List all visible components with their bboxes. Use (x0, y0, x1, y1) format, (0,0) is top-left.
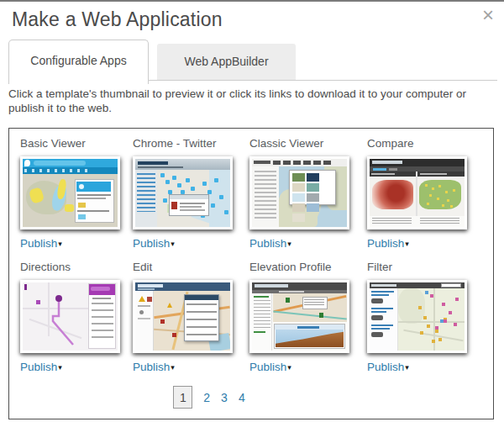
template-thumbnail-directions[interactable] (20, 280, 120, 353)
mini-search-pill (34, 161, 86, 166)
mini-panel-divider (416, 171, 417, 216)
publish-link[interactable]: Publish▾ (367, 237, 409, 250)
mini-text-line (371, 311, 386, 313)
basemap-swatch (307, 173, 319, 182)
tab-web-appbuilder[interactable]: Web AppBuilder (157, 44, 296, 80)
publish-link[interactable]: Publish▾ (133, 361, 175, 373)
publish-row: Publish▾ (20, 237, 128, 250)
basemap-swatch (307, 203, 319, 212)
mini-text-lines (372, 218, 412, 225)
tab-underline (149, 80, 497, 81)
map-marker-dots (425, 291, 428, 294)
pagination: 1 2 3 4 (0, 386, 451, 409)
mini-subtitle-text (279, 291, 304, 293)
page-3-link[interactable]: 3 (221, 391, 228, 404)
mini-toolbar (23, 167, 118, 174)
mini-form-fields (186, 303, 217, 339)
template-cell-directions: Directions (20, 261, 128, 373)
map-marker (160, 319, 165, 324)
template-thumbnail-classic-viewer[interactable] (249, 156, 349, 229)
mini-text-line (371, 328, 390, 330)
template-title: Directions (20, 261, 128, 280)
map-road (433, 288, 435, 351)
basemap-swatch (292, 203, 305, 212)
page-1-current[interactable]: 1 (173, 386, 192, 409)
mini-button (371, 298, 383, 303)
publish-row: Publish▾ (367, 361, 475, 373)
mini-title-text (138, 284, 163, 287)
thumbnail-art (370, 159, 465, 227)
template-thumbnail-chrome-twitter[interactable] (133, 156, 233, 229)
make-web-application-dialog: Make a Web Application × Configurable Ap… (0, 0, 504, 422)
close-icon[interactable]: × (482, 5, 494, 25)
mini-basemap-gallery (289, 170, 336, 205)
publish-link[interactable]: Publish▾ (20, 361, 62, 373)
mini-text-lines (255, 171, 276, 219)
mini-text-line (92, 298, 111, 299)
pin-icon (24, 160, 30, 166)
thumbnail-art (370, 282, 465, 351)
map-road (398, 321, 465, 323)
mini-text-line (138, 318, 150, 319)
mini-subtitle-text (138, 288, 155, 290)
caret-down-icon: ▾ (287, 363, 291, 372)
thumbnail-art (252, 282, 347, 351)
publish-link[interactable]: Publish▾ (249, 361, 291, 373)
publish-row: Publish▾ (249, 237, 357, 250)
template-cell-edit: Edit (133, 261, 240, 373)
publish-link[interactable]: Publish▾ (20, 237, 62, 250)
publish-row: Publish▾ (367, 237, 475, 250)
caret-down-icon: ▾ (171, 363, 175, 372)
caret-down-icon: ▾ (405, 240, 409, 248)
thumbnail-art (252, 159, 347, 227)
template-title: Basic Viewer (20, 137, 128, 156)
publish-link[interactable]: Publish▾ (249, 237, 291, 250)
mini-text-line (180, 206, 202, 208)
template-cell-elevation-profile: Elevation Profile (249, 261, 357, 373)
map-polygon (65, 204, 74, 212)
template-thumbnail-filter[interactable] (367, 280, 467, 353)
basemap-swatch (307, 193, 319, 202)
mini-text-line (180, 209, 205, 211)
mini-text-line (180, 203, 205, 204)
mini-text-line (420, 173, 447, 175)
mini-text-line (77, 198, 106, 199)
mini-popup-header (185, 295, 218, 300)
mini-toolbar-chip (373, 168, 386, 171)
mini-text-line (371, 291, 394, 293)
mini-toolbar-chip (389, 168, 397, 171)
mini-text-line (371, 308, 393, 309)
template-cell-chrome-twitter: Chrome - Twitter (133, 137, 240, 250)
publish-link[interactable]: Publish▾ (367, 361, 409, 373)
mini-text-line (77, 210, 109, 212)
template-cell-compare: Compare (367, 137, 475, 250)
page-2-link[interactable]: 2 (203, 391, 210, 404)
template-cell-filter: Filter (367, 261, 475, 373)
template-thumbnail-edit[interactable] (133, 280, 233, 353)
tab-configurable-apps[interactable]: Configurable Apps (8, 40, 149, 84)
warning-icon (139, 296, 145, 302)
mini-button (371, 332, 383, 337)
mini-popup-header (170, 195, 208, 199)
template-title: Classic Viewer (249, 137, 357, 156)
mini-text-lines (304, 299, 324, 307)
template-grid: Basic Viewer (8, 128, 494, 419)
template-title: Compare (367, 137, 475, 156)
mini-symbol (147, 297, 152, 302)
template-thumbnail-compare[interactable] (367, 156, 467, 229)
folder-icon (78, 214, 86, 219)
map-marker-dots (430, 294, 433, 298)
mini-text-lines (254, 300, 270, 329)
template-title: Filter (367, 261, 475, 280)
folder-icon (78, 203, 86, 208)
template-thumbnail-elevation-profile[interactable] (249, 280, 349, 353)
page-4-link[interactable]: 4 (239, 391, 245, 404)
route-start-marker (55, 295, 62, 302)
template-thumbnail-basic-viewer[interactable] (20, 156, 120, 229)
publish-link[interactable]: Publish▾ (133, 237, 175, 250)
mini-popup-image (171, 202, 177, 209)
caret-down-icon: ▾ (171, 240, 175, 248)
template-title: Chrome - Twitter (133, 137, 240, 156)
mini-text-lines (420, 218, 459, 225)
choropleth-map-red (372, 180, 413, 209)
